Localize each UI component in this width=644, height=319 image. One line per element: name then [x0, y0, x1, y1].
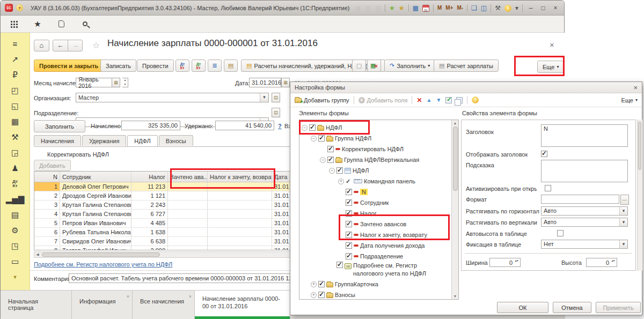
info-icon[interactable]: i — [504, 5, 511, 12]
table-row[interactable]: 5Петров Иван Иванович4 48531.01 — [34, 219, 318, 228]
tree-item[interactable]: −Группа НДФЛВертикальная — [299, 154, 451, 165]
visibility-checkbox[interactable] — [309, 124, 316, 131]
table-row[interactable]: 7Свиридов Олег Иванович6 63831.01 — [34, 237, 318, 246]
form-elements-tree[interactable]: −НДФЛ−Группа НДФЛКорректировать НДФЛ−Гру… — [299, 120, 451, 299]
tree-item[interactable]: Дата получения дохода — [299, 240, 451, 251]
table-cell[interactable] — [208, 246, 272, 250]
visibility-checkbox[interactable] — [318, 292, 325, 298]
table-cell[interactable] — [168, 237, 208, 246]
visibility-checkbox[interactable] — [336, 262, 343, 268]
back-button[interactable]: ← — [53, 40, 68, 51]
post-and-close-button[interactable]: Провести и закрыть — [34, 60, 104, 72]
table-cell[interactable]: 4 — [34, 210, 60, 218]
caption-input[interactable]: N — [541, 124, 628, 147]
dept-open-icon[interactable]: ⊡ — [272, 108, 280, 117]
visibility-checkbox[interactable] — [346, 189, 352, 195]
add-button[interactable]: Добавить — [34, 160, 71, 171]
sidebar-item-section-delivery[interactable]: ◲ — [1, 145, 30, 160]
visibility-checkbox[interactable] — [318, 281, 325, 287]
tree-item[interactable]: +ГруппаКарточка — [299, 279, 451, 290]
history-icon[interactable] — [56, 19, 66, 29]
tree-item[interactable]: −НДФЛ — [299, 165, 451, 176]
more-button[interactable]: Еще▾ — [537, 61, 564, 73]
visibility-checkbox[interactable] — [318, 135, 325, 142]
dropdown-icon[interactable]: ▾ — [515, 5, 518, 11]
expander-icon[interactable]: − — [311, 136, 317, 142]
window-tab-2[interactable]: Все начисления× — [133, 291, 195, 319]
form-tab-2[interactable]: НДФЛ — [127, 135, 157, 146]
visibility-checkbox[interactable] — [327, 146, 334, 152]
maximize-button[interactable]: □ — [539, 4, 547, 12]
check-all-icon[interactable] — [445, 97, 452, 103]
fixation-select[interactable]: Нет — [541, 240, 628, 249]
home-button[interactable]: ⌂ — [34, 40, 49, 51]
table-cell[interactable] — [168, 201, 208, 209]
sidebar-item-section-presentation[interactable]: ▭ — [1, 254, 30, 269]
sidebar-item-section-accounting[interactable]: Дт Кт — [1, 176, 30, 191]
visibility-checkbox[interactable] — [346, 199, 352, 206]
window-tab-3[interactable]: Начисление зарплаты 0000-00 от 31.01.201… — [195, 291, 290, 319]
table-cell[interactable]: Дроздов Сергей Иванович — [60, 191, 131, 200]
window-tab-0[interactable]: Начальная страница — [1, 291, 72, 319]
date-calendar-icon[interactable]: ⊞ — [281, 78, 290, 87]
window-tab-1[interactable]: Информация× — [72, 291, 133, 319]
table-cell[interactable]: Петров Иван Иванович — [60, 219, 131, 227]
memory-minus-icon[interactable]: M- — [457, 5, 463, 11]
stretch-h-select[interactable]: Авто — [541, 206, 628, 216]
table-cell[interactable]: 6 638 — [131, 237, 168, 246]
edit-document-icon[interactable]: ▤ — [224, 60, 238, 72]
table-cell[interactable]: Рублева Татьяна Никола... — [60, 228, 131, 236]
help-icon[interactable]: ? — [472, 97, 479, 103]
tree-item[interactable]: Налог к зачету, возврату — [299, 229, 451, 240]
sidebar-item-section-settings[interactable]: ⚙ — [1, 222, 30, 238]
add-fields-button[interactable]: +Добавить поля — [358, 97, 408, 103]
table-cell[interactable]: Деловой Олег Петрович — [60, 182, 131, 191]
table-cell[interactable] — [208, 219, 272, 227]
form-close-icon[interactable]: × — [550, 40, 554, 49]
tree-item[interactable]: Налог — [299, 208, 451, 219]
dialog-more-button[interactable]: Еще▾ — [621, 97, 638, 103]
fill-button[interactable]: Заполнить — [34, 120, 85, 132]
table-cell[interactable]: 6 727 — [131, 210, 168, 218]
forward-button[interactable]: → — [68, 40, 82, 51]
sidebar-item-section-reports[interactable]: ▂▅▇ — [1, 191, 30, 207]
table-cell[interactable]: Крутая Галина Степановна — [60, 210, 131, 218]
table-cell[interactable] — [208, 210, 272, 218]
sidebar-item-section-vehicles[interactable]: ◳ — [1, 238, 30, 254]
calendar-icon[interactable]: 31 — [422, 5, 429, 12]
expander-icon[interactable]: + — [338, 179, 344, 184]
sidebar-item-section-hr[interactable]: ♟ — [1, 160, 30, 176]
column-header[interactable]: N — [34, 172, 60, 182]
table-cell[interactable]: Свиридов Олег Иванович — [60, 237, 131, 246]
tree-item[interactable]: +Взносы — [299, 290, 451, 300]
favorites-icon[interactable]: ★ — [399, 5, 405, 11]
tree-item[interactable]: Подразделение — [299, 251, 451, 262]
sidebar-item-section-production[interactable]: ⚒ — [1, 129, 30, 145]
visibility-checkbox[interactable] — [346, 253, 352, 259]
date-input[interactable]: 31.01.2016 — [249, 78, 281, 87]
move-down-icon[interactable]: ▼ — [436, 97, 441, 103]
column-header[interactable]: Налог к зачету, возврату — [208, 172, 272, 182]
org-combo[interactable]: Мастер — [76, 93, 269, 102]
autoheight-checkbox[interactable] — [557, 230, 564, 236]
close-button[interactable]: × — [551, 4, 560, 12]
favorites-star-icon[interactable]: ★ — [33, 19, 42, 29]
tree-vscrollbar[interactable]: ▲▼ — [451, 120, 458, 299]
add-group-button[interactable]: Добавить группу — [295, 97, 349, 103]
table-row[interactable]: 2Дроздов Сергей Иванович1 12131.01 — [34, 191, 318, 201]
table-cell[interactable] — [208, 182, 272, 191]
sidebar-item-section-warehouse[interactable]: ▦ — [1, 114, 30, 129]
dialog-close-icon[interactable]: × — [633, 84, 638, 92]
expander-icon[interactable]: + — [311, 281, 317, 287]
form-tab-1[interactable]: Удержания — [82, 135, 126, 146]
month-input[interactable]: Январь 2016 — [76, 78, 112, 87]
expander-icon[interactable]: − — [329, 168, 335, 174]
stretch-v-select[interactable]: Авто — [541, 218, 628, 227]
move-up-icon[interactable]: ▲ — [427, 97, 432, 103]
visibility-checkbox[interactable] — [346, 221, 352, 227]
tree-item[interactable]: N — [299, 187, 451, 197]
table-cell[interactable] — [168, 228, 208, 236]
help-link[interactable]: ? — [278, 123, 282, 129]
table-cell[interactable] — [208, 201, 272, 209]
tree-item[interactable]: Корректировать НДФЛ — [299, 144, 451, 154]
